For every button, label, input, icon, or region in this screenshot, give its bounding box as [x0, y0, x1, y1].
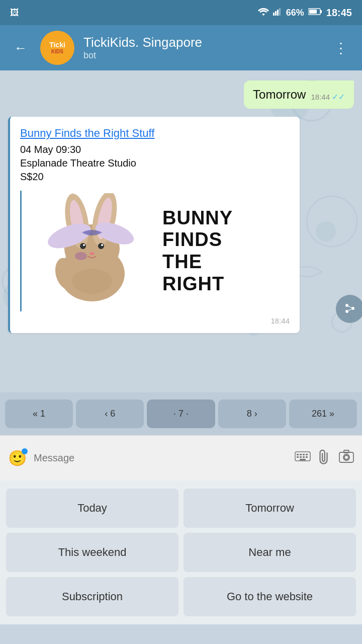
- emoji-button[interactable]: 🙂: [8, 449, 27, 467]
- sent-meta: 18:44 ✓✓: [311, 92, 345, 102]
- chat-area: Tomorrow 18:44 ✓✓ Bunny Finds the Right …: [0, 70, 362, 392]
- chat-title: TickiKids. Singapore: [83, 35, 321, 50]
- event-price: S$20: [20, 171, 290, 183]
- svg-rect-35: [303, 456, 305, 458]
- keyboard-button[interactable]: [295, 450, 311, 466]
- event-image-container: BUNNYFINDSTHERIGHT: [20, 191, 290, 311]
- image-icon: 🖼: [10, 8, 19, 18]
- event-card: Bunny Finds the Right Stuff 04 May 09:30…: [8, 117, 300, 333]
- status-bar: 🖼 66% 18:45: [0, 0, 362, 25]
- avatar: Ticki KIDS: [40, 31, 74, 65]
- event-date: 04 May 09:30: [20, 144, 290, 155]
- svg-rect-0: [273, 13, 275, 16]
- sent-text: Tomorrow: [253, 88, 306, 102]
- battery-icon: [308, 8, 322, 18]
- page-next-button[interactable]: 8 ›: [218, 399, 286, 428]
- event-title[interactable]: Bunny Finds the Right Stuff: [20, 127, 290, 140]
- avatar-text-2: KIDS: [49, 49, 65, 55]
- event-venue: Esplanade Theatre Studio: [20, 157, 290, 169]
- quick-reply-weekend[interactable]: This weekend: [6, 533, 178, 572]
- wifi-icon: [258, 8, 269, 18]
- svg-rect-30: [300, 454, 302, 455]
- svg-point-21: [98, 243, 104, 249]
- page-last-button[interactable]: 261 »: [289, 399, 357, 428]
- svg-rect-6: [309, 10, 317, 14]
- back-button[interactable]: ←: [10, 36, 31, 60]
- svg-rect-2: [277, 10, 279, 16]
- svg-point-20: [80, 243, 86, 249]
- svg-rect-36: [306, 456, 308, 458]
- attach-button[interactable]: [314, 447, 336, 469]
- event-card-message: Bunny Finds the Right Stuff 04 May 09:30…: [8, 117, 354, 333]
- time-label: 18:45: [326, 7, 352, 19]
- svg-point-24: [89, 252, 95, 255]
- share-button[interactable]: [336, 295, 362, 323]
- svg-rect-29: [297, 454, 299, 455]
- quick-reply-subscription[interactable]: Subscription: [6, 577, 178, 616]
- pagination-bar: « 1 ‹ 6 · 7 · 8 › 261 »: [0, 392, 362, 435]
- sent-time: 18:44: [311, 93, 330, 101]
- svg-point-25: [75, 252, 87, 260]
- page-prev-button[interactable]: ‹ 6: [76, 399, 144, 428]
- quick-reply-website[interactable]: Go to the website: [184, 577, 356, 616]
- camera-button[interactable]: [339, 450, 354, 466]
- svg-point-23: [101, 244, 103, 246]
- signal-icon: [273, 8, 282, 18]
- svg-rect-34: [300, 456, 302, 458]
- quick-reply-today[interactable]: Today: [6, 489, 178, 528]
- svg-point-40: [344, 455, 348, 459]
- battery-label: 66%: [286, 8, 304, 18]
- notification-dot: [22, 448, 28, 454]
- svg-rect-37: [300, 459, 306, 460]
- page-first-button[interactable]: « 1: [5, 399, 73, 428]
- svg-rect-5: [320, 10, 322, 13]
- more-options-button[interactable]: ⋮: [330, 36, 352, 60]
- svg-rect-1: [275, 11, 277, 16]
- sent-bubble: Tomorrow 18:44 ✓✓: [244, 80, 354, 109]
- card-time: 18:44: [270, 316, 290, 325]
- page-current-button[interactable]: · 7 ·: [147, 399, 215, 428]
- event-image-text: BUNNYFINDSTHERIGHT: [157, 207, 233, 295]
- double-check-icon: ✓✓: [332, 92, 345, 102]
- card-footer: 18:44: [20, 316, 290, 325]
- svg-rect-3: [279, 8, 281, 16]
- avatar-text-1: Ticki: [49, 41, 65, 49]
- sent-message: Tomorrow 18:44 ✓✓: [8, 80, 354, 109]
- quick-reply-tomorrow[interactable]: Tomorrow: [184, 489, 356, 528]
- header-info: TickiKids. Singapore bot: [83, 35, 321, 61]
- quick-reply-near-me[interactable]: Near me: [184, 533, 356, 572]
- svg-point-22: [83, 244, 85, 246]
- svg-rect-38: [339, 452, 353, 462]
- svg-rect-33: [297, 456, 299, 458]
- input-bar: 🙂: [0, 435, 362, 480]
- bunny-image: [27, 193, 157, 309]
- quick-replies: Today Tomorrow This weekend Near me Subs…: [0, 480, 362, 624]
- svg-point-27: [72, 269, 112, 294]
- chat-header: ← Ticki KIDS TickiKids. Singapore bot ⋮: [0, 25, 362, 70]
- svg-rect-32: [306, 454, 308, 455]
- message-input[interactable]: [34, 452, 288, 464]
- svg-rect-31: [303, 454, 305, 455]
- chat-subtitle: bot: [83, 50, 321, 61]
- svg-rect-41: [344, 450, 349, 453]
